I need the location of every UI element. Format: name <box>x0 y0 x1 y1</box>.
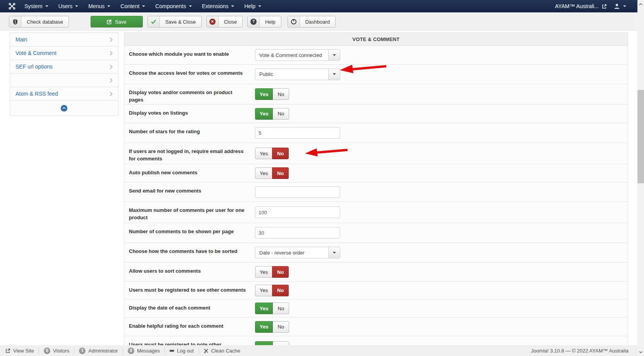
close-button[interactable]: ✕ Close <box>206 16 243 28</box>
divider <box>74 348 74 354</box>
save-close-button[interactable]: Save & Close <box>147 16 202 28</box>
toggle-yes-button[interactable]: Yes <box>255 88 273 100</box>
save-button[interactable]: Save <box>91 16 143 28</box>
stars-rating-input[interactable] <box>255 127 340 139</box>
menu-system[interactable]: System <box>19 0 53 12</box>
select-dropdown-button[interactable] <box>328 247 340 258</box>
chevron-right-icon <box>110 78 113 83</box>
toggle-no-button[interactable]: No <box>272 88 289 100</box>
menu-extensions[interactable]: Extensions <box>197 0 239 12</box>
logout-button[interactable]: Log out <box>170 348 194 354</box>
toggle-yes-button[interactable]: Yes <box>255 266 272 278</box>
administrator-count-badge: 1 <box>79 347 86 354</box>
administrator-status[interactable]: 1 Administrator <box>79 347 118 354</box>
scroll-down-arrow-icon[interactable] <box>637 349 644 355</box>
max-comments-input[interactable] <box>255 206 340 218</box>
field-label: Choose which module you want to enable <box>124 46 255 64</box>
admin-navbar: System Users Menus Content Components Ex… <box>0 0 644 12</box>
help-label: Help <box>260 16 281 27</box>
toggle-no-button[interactable]: No <box>272 266 289 278</box>
visitors-status[interactable]: 0 Visitors <box>44 347 69 354</box>
toggle-no-button[interactable]: No <box>272 167 289 179</box>
comments-per-page-input[interactable] <box>255 227 340 239</box>
toggle-yes-button[interactable]: Yes <box>255 148 272 159</box>
menu-menus[interactable]: Menus <box>83 0 115 12</box>
chevron-down-icon <box>623 5 626 7</box>
external-link-icon <box>602 4 607 9</box>
row-display-votes-listings: Display votes on listings Yes No <box>124 105 628 123</box>
menu-help[interactable]: Help <box>239 0 266 12</box>
toggle-no-button[interactable]: No <box>272 148 289 159</box>
display-votes-listings-toggle: Yes No <box>255 108 289 120</box>
row-display-date: Display the date of each comment Yes No <box>124 299 628 318</box>
toggle-no-button[interactable]: No <box>272 285 289 296</box>
field-label: Number of stars for the rating <box>124 123 255 143</box>
sidebar-item-sef-url-options[interactable]: SEF url options <box>10 60 118 74</box>
field-label: Allow users to sort comments <box>124 263 255 281</box>
divider <box>39 348 39 354</box>
chevron-right-icon <box>110 51 113 56</box>
toggle-yes-button[interactable]: Yes <box>255 108 273 120</box>
shield-icon <box>9 16 21 27</box>
row-helpful-rating: Enable helpful rating for each comment Y… <box>124 318 628 336</box>
page-scrollbar[interactable] <box>637 0 644 356</box>
field-label: Display votes and/or comments on product… <box>124 84 255 104</box>
toggle-yes-button[interactable]: Yes <box>255 303 273 314</box>
sidebar-collapse-button[interactable] <box>10 101 118 115</box>
access-level-select[interactable]: Public <box>255 69 340 80</box>
user-icon <box>614 3 620 9</box>
scroll-up-arrow-icon[interactable] <box>637 1 644 7</box>
scrollbar-thumb[interactable] <box>637 90 644 183</box>
divider <box>164 348 165 354</box>
menu-components[interactable]: Components <box>150 0 197 12</box>
user-menu[interactable] <box>614 3 626 9</box>
close-label: Close <box>219 16 242 27</box>
module-enable-select[interactable]: Vote & Comment connected <box>255 49 340 61</box>
view-site-button[interactable]: View Site <box>5 348 34 354</box>
messages-status[interactable]: 0 Messages <box>128 347 160 354</box>
sidebar-item-vote-comment[interactable]: Vote & Comment <box>10 46 118 60</box>
menu-users[interactable]: Users <box>53 0 84 12</box>
display-votes-product-toggle: Yes No <box>255 88 289 100</box>
save-label: Save <box>115 19 127 25</box>
clean-cache-button[interactable]: Clean Cache <box>204 348 240 354</box>
row-comments-per-page: Number of comments to be shown per page <box>124 223 628 243</box>
dashboard-button[interactable]: Dashboard <box>288 16 336 28</box>
row-max-comments: Maximum number of comments per user for … <box>124 202 628 223</box>
chevron-down-icon <box>142 5 145 7</box>
toggle-yes-button[interactable]: Yes <box>255 321 273 333</box>
chevron-up-circle-icon <box>61 105 67 112</box>
send-email-input[interactable] <box>255 186 340 198</box>
chevron-right-icon <box>110 64 113 69</box>
row-send-email: Send email for new comments <box>124 182 628 202</box>
check-database-button[interactable]: Check database <box>9 16 69 28</box>
toggle-no-button[interactable]: No <box>272 108 289 120</box>
divider <box>123 348 123 354</box>
toggle-no-button[interactable]: No <box>272 303 289 314</box>
comments-sort-select[interactable]: Date - reverse order <box>255 247 340 258</box>
require-email-toggle: Yes No <box>255 148 289 159</box>
toggle-no-button[interactable]: No <box>272 321 289 333</box>
joomla-logo-icon <box>9 3 15 10</box>
chevron-down-icon <box>107 5 110 7</box>
sidebar-item-empty[interactable] <box>10 74 118 87</box>
select-dropdown-button[interactable] <box>328 50 340 60</box>
sidebar-item-atom-rss-feed[interactable]: Atom & RSS feed <box>10 87 118 101</box>
toggle-yes-button[interactable]: Yes <box>255 285 272 296</box>
sidebar-item-main[interactable]: Main <box>10 33 118 46</box>
row-allow-sort: Allow users to sort comments Yes No <box>124 263 628 282</box>
chevron-right-icon <box>110 91 113 96</box>
field-label: Enable helpful rating for each comment <box>124 318 255 336</box>
field-label: Display the date of each comment <box>124 299 255 317</box>
menu-content[interactable]: Content <box>115 0 150 12</box>
toggle-yes-button[interactable]: Yes <box>255 167 272 179</box>
view-site-link[interactable]: AYAM™ Australi... <box>555 3 607 9</box>
dashboard-label: Dashboard <box>300 16 336 27</box>
cancel-icon: ✕ <box>209 19 216 25</box>
chevron-right-icon <box>110 37 113 42</box>
select-dropdown-button[interactable] <box>328 69 340 80</box>
help-button[interactable]: ? Help <box>247 16 281 28</box>
field-label: Auto publish new comments <box>124 164 255 182</box>
row-module-enable: Choose which module you want to enable V… <box>124 46 628 65</box>
row-auto-publish: Auto publish new comments Yes No <box>124 164 628 182</box>
